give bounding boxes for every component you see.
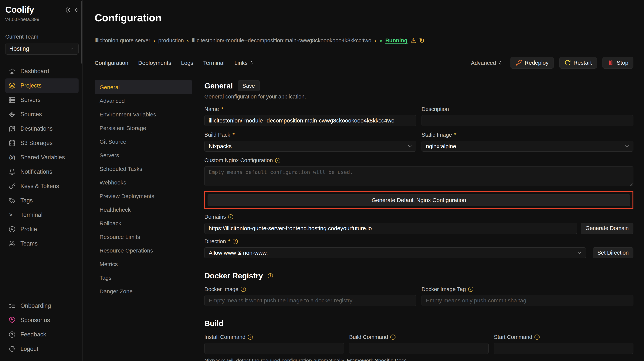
info-icon[interactable]: i bbox=[468, 287, 473, 292]
generate-domain-button[interactable]: Generate Domain bbox=[581, 223, 634, 234]
redeploy-button[interactable]: Redeploy bbox=[510, 57, 554, 69]
static-image-select[interactable]: nginx:alpine bbox=[422, 141, 634, 152]
sun-icon[interactable] bbox=[64, 7, 71, 13]
sidebar-item-dashboard[interactable]: Dashboard bbox=[5, 64, 78, 79]
sidebar-item-profile[interactable]: Profile bbox=[5, 222, 78, 236]
install-command-input[interactable] bbox=[204, 343, 344, 354]
sidebar-item-shared-variables[interactable]: (x) Shared Variables bbox=[5, 150, 78, 165]
start-command-field: Start Command i bbox=[494, 329, 634, 354]
subnav-item-resource-operations[interactable]: Resource Operations bbox=[94, 244, 192, 257]
description-label: Description bbox=[422, 106, 634, 113]
sidebar: Coolify v4.0.0-beta.399 Current Team Hos… bbox=[0, 0, 82, 361]
general-section-header: General Save bbox=[204, 80, 634, 91]
tab-terminal[interactable]: Terminal bbox=[203, 59, 224, 67]
info-icon[interactable]: i bbox=[268, 273, 273, 278]
subnav-item-healthcheck[interactable]: Healthcheck bbox=[94, 203, 192, 216]
sidebar-footer-nav: Onboarding Sponsor us Feedback Logout bbox=[5, 299, 78, 356]
docker-image-input[interactable] bbox=[204, 295, 416, 306]
build-section-title: Build bbox=[204, 318, 634, 328]
start-command-input[interactable] bbox=[494, 343, 634, 354]
nginx-config-textarea[interactable] bbox=[204, 166, 634, 186]
generate-nginx-config-button[interactable]: Generate Default Nginx Configuration bbox=[208, 194, 630, 206]
domains-input[interactable] bbox=[204, 223, 577, 234]
sidebar-nav: Dashboard Projects Servers Sources Desti… bbox=[5, 64, 78, 251]
subnav-item-general[interactable]: General bbox=[94, 80, 192, 94]
sidebar-item-label: Sources bbox=[20, 111, 42, 118]
advanced-toggle[interactable]: Advanced bbox=[471, 59, 502, 67]
sidebar-item-s3-storages[interactable]: S3 Storages bbox=[5, 136, 78, 150]
info-icon[interactable]: i bbox=[241, 287, 246, 292]
sidebar-item-feedback[interactable]: Feedback bbox=[5, 327, 78, 342]
subnav-item-advanced[interactable]: Advanced bbox=[94, 94, 192, 108]
sidebar-item-label: Profile bbox=[20, 225, 37, 233]
tab-logs[interactable]: Logs bbox=[181, 59, 194, 67]
sidebar-scrollbar-thumb[interactable] bbox=[81, 1, 82, 64]
framework-docs-link[interactable]: Framework Specific Docs bbox=[347, 357, 406, 361]
tab-configuration[interactable]: Configuration bbox=[94, 59, 128, 67]
sidebar-item-keys-tokens[interactable]: Keys & Tokens bbox=[5, 179, 78, 193]
bell-icon bbox=[9, 168, 16, 175]
chevron-down-icon bbox=[69, 46, 74, 51]
save-button[interactable]: Save bbox=[238, 80, 260, 91]
sidebar-item-teams[interactable]: Teams bbox=[5, 236, 78, 251]
subnav-item-rollback[interactable]: Rollback bbox=[94, 216, 192, 230]
static-image-label: Static Image * bbox=[422, 131, 634, 139]
required-marker: * bbox=[221, 106, 223, 113]
subnav-item-webhooks[interactable]: Webhooks bbox=[94, 176, 192, 189]
direction-select[interactable]: Allow www & non-www. bbox=[204, 247, 586, 258]
breadcrumb-application[interactable]: illicitestonion/-module--decomposition:m… bbox=[192, 37, 371, 44]
sidebar-item-tags[interactable]: Tags bbox=[5, 193, 78, 208]
docker-image-tag-input[interactable] bbox=[422, 295, 634, 306]
tag-icon bbox=[9, 197, 16, 204]
name-input[interactable] bbox=[204, 115, 416, 126]
info-icon[interactable]: i bbox=[275, 158, 280, 163]
sidebar-item-servers[interactable]: Servers bbox=[5, 93, 78, 107]
subnav-item-resource-limits[interactable]: Resource Limits bbox=[94, 230, 192, 244]
map-icon bbox=[9, 125, 16, 132]
subnav-item-persistent-storage[interactable]: Persistent Storage bbox=[94, 121, 192, 135]
subnav-item-servers[interactable]: Servers bbox=[94, 148, 192, 162]
sidebar-item-terminal[interactable]: >_ Terminal bbox=[5, 208, 78, 222]
sidebar-item-destinations[interactable]: Destinations bbox=[5, 122, 78, 136]
build-command-label: Build Command i bbox=[349, 333, 489, 341]
build-pack-select[interactable]: Nixpacks bbox=[204, 141, 416, 152]
info-icon[interactable]: i bbox=[233, 239, 238, 244]
subnav-item-tags[interactable]: Tags bbox=[94, 271, 192, 284]
chevrons-up-down-icon[interactable] bbox=[74, 8, 78, 12]
app-logo: Coolify bbox=[5, 4, 34, 16]
info-icon[interactable]: i bbox=[390, 334, 396, 340]
restart-button[interactable]: Restart bbox=[560, 57, 597, 69]
sidebar-item-sponsor[interactable]: Sponsor us bbox=[5, 313, 78, 327]
tab-deployments[interactable]: Deployments bbox=[138, 59, 171, 67]
info-icon[interactable]: i bbox=[228, 214, 233, 219]
breadcrumb-project[interactable]: illicitonion quote server bbox=[94, 37, 150, 44]
sidebar-item-onboarding[interactable]: Onboarding bbox=[5, 299, 78, 313]
set-direction-button[interactable]: Set Direction bbox=[593, 247, 634, 258]
sidebar-item-logout[interactable]: Logout bbox=[5, 342, 78, 356]
subnav-item-environment-variables[interactable]: Environment Variables bbox=[94, 108, 192, 121]
general-section-title: General bbox=[204, 81, 233, 91]
status-badge[interactable]: Running bbox=[385, 37, 408, 44]
database-icon bbox=[9, 140, 16, 147]
subnav-item-preview-deployments[interactable]: Preview Deployments bbox=[94, 189, 192, 203]
sidebar-item-sources[interactable]: Sources bbox=[5, 107, 78, 122]
refresh-icon[interactable]: ↻ bbox=[419, 37, 424, 45]
info-icon[interactable]: i bbox=[534, 334, 540, 340]
sidebar-item-notifications[interactable]: Notifications bbox=[5, 165, 78, 179]
subnav-item-metrics[interactable]: Metrics bbox=[94, 257, 192, 271]
list-checks-icon bbox=[9, 302, 16, 309]
tab-links[interactable]: Links bbox=[234, 59, 254, 67]
description-input[interactable] bbox=[422, 115, 634, 126]
subnav-item-danger-zone[interactable]: Danger Zone bbox=[94, 284, 192, 298]
stop-button[interactable]: Stop bbox=[602, 57, 634, 69]
sidebar-item-projects[interactable]: Projects bbox=[5, 79, 78, 93]
breadcrumb-environment[interactable]: production bbox=[158, 37, 184, 44]
name-description-row: Name * Description bbox=[204, 100, 634, 126]
team-select[interactable]: Hosting bbox=[5, 43, 78, 55]
subnav-item-git-source[interactable]: Git Source bbox=[94, 135, 192, 148]
nixpacks-note: Nixpacks will detect the required config… bbox=[204, 357, 634, 361]
subnav-item-scheduled-tasks[interactable]: Scheduled Tasks bbox=[94, 162, 192, 176]
chevrons-up-down-icon bbox=[250, 61, 254, 65]
info-icon[interactable]: i bbox=[248, 334, 253, 340]
build-command-input[interactable] bbox=[349, 343, 489, 354]
